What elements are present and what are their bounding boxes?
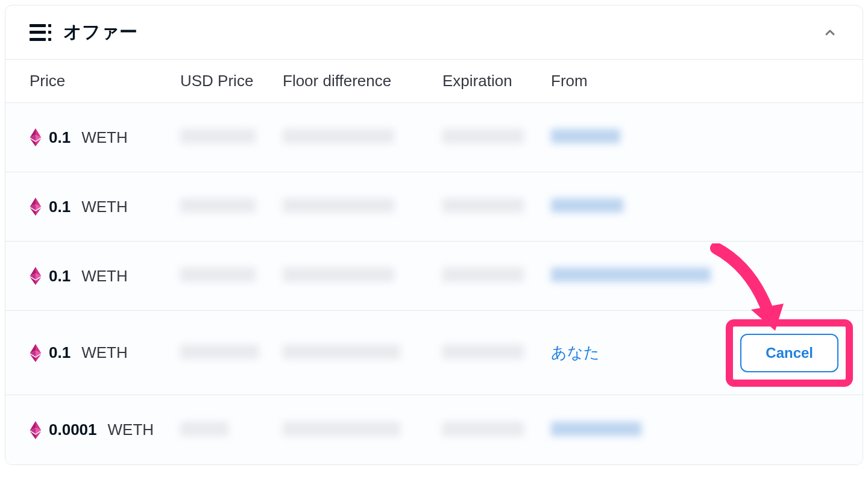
price-token: WETH [81,343,128,362]
usd-cell [180,198,283,215]
redacted-value [180,198,256,213]
table-row: 0.1WETHあなたCancel [5,311,863,395]
price-cell: 0.1WETH [30,267,180,286]
eth-icon [30,267,42,285]
price-amount: 0.0001 [49,421,97,439]
col-header-floor: Floor difference [283,72,442,90]
floor-cell [283,129,442,146]
list-icon [30,24,51,41]
price-token: WETH [81,198,128,216]
redacted-link[interactable] [551,267,711,282]
expiration-cell [442,198,551,215]
expiration-cell [442,345,551,361]
redacted-value [442,129,524,143]
price-token: WETH [108,421,154,439]
price-cell: 0.1WETH [30,198,180,216]
offers-rows: 0.1WETH0.1WETH0.1WETH0.1WETHあなたCancel0.0… [5,103,863,464]
floor-cell [283,198,442,215]
eth-icon [30,128,42,146]
offers-table-header: Price USD Price Floor difference Expirat… [5,60,863,103]
chevron-up-icon[interactable] [822,24,838,41]
price-amount: 0.1 [49,343,71,362]
eth-icon [30,198,42,216]
eth-icon [30,344,42,362]
redacted-link[interactable] [551,129,620,143]
price-token: WETH [81,128,128,147]
redacted-value [442,198,524,213]
redacted-value [442,422,524,436]
offers-panel: オファー Price USD Price Floor difference Ex… [5,5,863,465]
redacted-value [283,198,394,213]
cancel-button[interactable]: Cancel [740,334,838,372]
price-cell: 0.1WETH [30,128,180,147]
redacted-value [442,345,524,359]
table-row: 0.1WETH [5,103,863,172]
col-header-price: Price [30,72,180,90]
col-header-from: From [551,72,720,90]
panel-title: オファー [63,20,137,45]
header-left: オファー [30,20,137,45]
expiration-cell [442,267,551,284]
from-link[interactable]: あなた [551,343,600,361]
from-cell [551,198,720,215]
usd-cell [180,422,283,439]
floor-cell [283,345,442,361]
redacted-value [283,129,394,143]
from-cell [551,422,720,439]
redacted-value [442,267,524,282]
eth-icon [30,421,42,439]
redacted-link[interactable] [551,198,623,213]
offers-header[interactable]: オファー [5,5,863,60]
from-cell [551,267,720,284]
redacted-value [180,422,228,436]
price-amount: 0.1 [49,128,71,147]
usd-cell [180,267,283,284]
from-cell [551,129,720,146]
redacted-value [180,267,256,282]
redacted-value [283,422,400,436]
table-row: 0.1WETH [5,172,863,242]
col-header-expiration: Expiration [442,72,551,90]
redacted-value [283,267,394,282]
price-cell: 0.0001WETH [30,421,180,439]
action-cell: Cancel [720,334,838,372]
table-row: 0.0001WETH [5,395,863,464]
redacted-link[interactable] [551,422,641,436]
redacted-value [180,129,256,143]
floor-cell [283,422,442,439]
expiration-cell [442,422,551,439]
usd-cell [180,129,283,146]
usd-cell [180,345,283,361]
table-row: 0.1WETH [5,242,863,311]
floor-cell [283,267,442,284]
col-header-usd: USD Price [180,72,283,90]
price-token: WETH [81,267,128,286]
price-amount: 0.1 [49,198,71,216]
price-cell: 0.1WETH [30,343,180,362]
price-amount: 0.1 [49,267,71,286]
expiration-cell [442,129,551,146]
from-cell: あなた [551,342,720,363]
redacted-value [283,345,400,359]
redacted-value [180,345,259,359]
